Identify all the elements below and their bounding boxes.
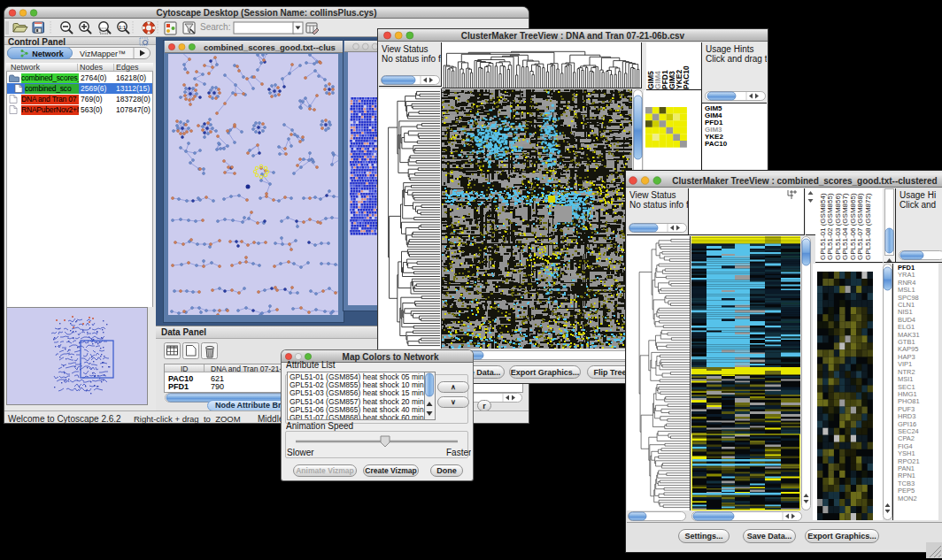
svg-text:GPL51-04 (GSM857): GPL51-04 (GSM857) [841, 193, 849, 260]
svg-text:GPL51-07 (GSM868): GPL51-07 (GSM868) [856, 193, 864, 260]
svg-text:PAC10: PAC10 [682, 65, 691, 89]
svg-text:Search:: Search: [200, 22, 230, 32]
svg-text:GPL51-02 (GSM855): GPL51-02 (GSM855) [826, 193, 834, 260]
svg-text:1:1: 1:1 [119, 25, 126, 30]
svg-text:Network: Network [32, 50, 65, 58]
svg-text:GPL51-08 (GSM872): GPL51-08 (GSM872) [864, 193, 872, 260]
svg-text:VizMapper™: VizMapper™ [80, 50, 126, 58]
